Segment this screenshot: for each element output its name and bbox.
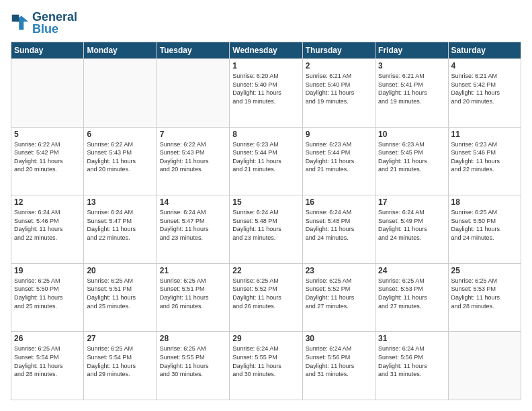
day-number: 19: [14, 266, 81, 275]
calendar-cell: 30Sunrise: 6:24 AM Sunset: 5:56 PM Dayli…: [302, 332, 375, 400]
day-number: 28: [160, 334, 226, 343]
day-number: 10: [378, 130, 445, 139]
calendar-cell: 5Sunrise: 6:22 AM Sunset: 5:42 PM Daylig…: [11, 127, 84, 195]
calendar-cell: [157, 59, 229, 128]
calendar-week-2: 5Sunrise: 6:22 AM Sunset: 5:42 PM Daylig…: [11, 127, 521, 195]
day-number: 6: [87, 130, 153, 139]
calendar-cell: 24Sunrise: 6:25 AM Sunset: 5:53 PM Dayli…: [375, 263, 448, 332]
day-number: 25: [451, 266, 518, 275]
calendar-week-1: 1Sunrise: 6:20 AM Sunset: 5:40 PM Daylig…: [11, 59, 521, 128]
logo-text: GeneralBlue: [32, 11, 77, 35]
day-info: Sunrise: 6:25 AM Sunset: 5:50 PM Dayligh…: [14, 277, 81, 310]
calendar-cell: 29Sunrise: 6:24 AM Sunset: 5:55 PM Dayli…: [230, 332, 302, 400]
calendar-cell: 1Sunrise: 6:20 AM Sunset: 5:40 PM Daylig…: [230, 59, 302, 128]
calendar-cell: 12Sunrise: 6:24 AM Sunset: 5:46 PM Dayli…: [11, 195, 84, 264]
calendar-cell: 23Sunrise: 6:25 AM Sunset: 5:52 PM Dayli…: [302, 263, 375, 332]
calendar-cell: 21Sunrise: 6:25 AM Sunset: 5:51 PM Dayli…: [157, 263, 229, 332]
calendar-week-3: 12Sunrise: 6:24 AM Sunset: 5:46 PM Dayli…: [11, 195, 521, 264]
weekday-header-row: SundayMondayTuesdayWednesdayThursdayFrid…: [11, 42, 521, 59]
calendar-cell: 11Sunrise: 6:23 AM Sunset: 5:46 PM Dayli…: [448, 127, 521, 195]
calendar-week-4: 19Sunrise: 6:25 AM Sunset: 5:50 PM Dayli…: [11, 263, 521, 332]
day-info: Sunrise: 6:22 AM Sunset: 5:43 PM Dayligh…: [160, 140, 226, 174]
day-info: Sunrise: 6:25 AM Sunset: 5:54 PM Dayligh…: [14, 345, 81, 378]
calendar-cell: 18Sunrise: 6:25 AM Sunset: 5:50 PM Dayli…: [448, 195, 521, 264]
day-info: Sunrise: 6:20 AM Sunset: 5:40 PM Dayligh…: [232, 72, 299, 105]
calendar-cell: 19Sunrise: 6:25 AM Sunset: 5:50 PM Dayli…: [11, 263, 84, 332]
weekday-header-monday: Monday: [84, 42, 157, 59]
day-number: 12: [14, 197, 81, 207]
day-number: 21: [160, 266, 226, 275]
day-number: 1: [232, 61, 299, 71]
day-number: 17: [378, 197, 445, 207]
weekday-header-friday: Friday: [375, 42, 448, 59]
calendar-cell: 20Sunrise: 6:25 AM Sunset: 5:51 PM Dayli…: [84, 263, 157, 332]
day-number: 9: [306, 130, 372, 139]
day-info: Sunrise: 6:24 AM Sunset: 5:49 PM Dayligh…: [378, 208, 445, 242]
day-number: 18: [451, 197, 518, 207]
calendar-cell: 27Sunrise: 6:25 AM Sunset: 5:54 PM Dayli…: [84, 332, 157, 400]
calendar-cell: 22Sunrise: 6:25 AM Sunset: 5:52 PM Dayli…: [230, 263, 302, 332]
calendar-cell: 4Sunrise: 6:21 AM Sunset: 5:42 PM Daylig…: [448, 59, 521, 128]
header: GeneralBlue: [11, 11, 521, 35]
calendar-cell: 14Sunrise: 6:24 AM Sunset: 5:47 PM Dayli…: [157, 195, 229, 264]
calendar-cell: 9Sunrise: 6:23 AM Sunset: 5:44 PM Daylig…: [302, 127, 375, 195]
calendar-cell: 8Sunrise: 6:23 AM Sunset: 5:44 PM Daylig…: [230, 127, 302, 195]
day-number: 14: [160, 197, 226, 207]
day-info: Sunrise: 6:21 AM Sunset: 5:40 PM Dayligh…: [306, 72, 372, 105]
day-number: 13: [87, 197, 153, 207]
day-number: 4: [451, 61, 518, 71]
calendar-cell: [84, 59, 157, 128]
day-number: 27: [87, 334, 153, 343]
day-info: Sunrise: 6:23 AM Sunset: 5:45 PM Dayligh…: [378, 140, 445, 174]
day-info: Sunrise: 6:24 AM Sunset: 5:55 PM Dayligh…: [232, 345, 299, 378]
day-info: Sunrise: 6:25 AM Sunset: 5:52 PM Dayligh…: [306, 277, 372, 310]
day-number: 3: [378, 61, 445, 71]
weekday-header-thursday: Thursday: [302, 42, 375, 59]
day-number: 2: [306, 61, 372, 71]
day-info: Sunrise: 6:25 AM Sunset: 5:52 PM Dayligh…: [232, 277, 299, 310]
day-info: Sunrise: 6:23 AM Sunset: 5:44 PM Dayligh…: [232, 140, 299, 174]
day-info: Sunrise: 6:22 AM Sunset: 5:42 PM Dayligh…: [14, 140, 81, 174]
day-number: 20: [87, 266, 153, 275]
day-number: 29: [232, 334, 299, 343]
calendar-cell: 31Sunrise: 6:24 AM Sunset: 5:56 PM Dayli…: [375, 332, 448, 400]
day-number: 5: [14, 130, 81, 139]
calendar-cell: 17Sunrise: 6:24 AM Sunset: 5:49 PM Dayli…: [375, 195, 448, 264]
day-info: Sunrise: 6:23 AM Sunset: 5:44 PM Dayligh…: [306, 140, 372, 174]
calendar-cell: 13Sunrise: 6:24 AM Sunset: 5:47 PM Dayli…: [84, 195, 157, 264]
calendar-cell: 6Sunrise: 6:22 AM Sunset: 5:43 PM Daylig…: [84, 127, 157, 195]
weekday-header-sunday: Sunday: [11, 42, 84, 59]
day-number: 30: [306, 334, 372, 343]
day-info: Sunrise: 6:24 AM Sunset: 5:48 PM Dayligh…: [232, 208, 299, 242]
day-number: 31: [378, 334, 445, 343]
day-info: Sunrise: 6:25 AM Sunset: 5:53 PM Dayligh…: [451, 277, 518, 310]
day-info: Sunrise: 6:24 AM Sunset: 5:47 PM Dayligh…: [87, 208, 153, 242]
calendar-cell: 28Sunrise: 6:25 AM Sunset: 5:55 PM Dayli…: [157, 332, 229, 400]
day-info: Sunrise: 6:25 AM Sunset: 5:51 PM Dayligh…: [160, 277, 226, 310]
calendar-cell: [448, 332, 521, 400]
day-info: Sunrise: 6:21 AM Sunset: 5:42 PM Dayligh…: [451, 72, 518, 105]
day-number: 26: [14, 334, 81, 343]
calendar-cell: 16Sunrise: 6:24 AM Sunset: 5:48 PM Dayli…: [302, 195, 375, 264]
day-info: Sunrise: 6:25 AM Sunset: 5:50 PM Dayligh…: [451, 208, 518, 242]
day-info: Sunrise: 6:24 AM Sunset: 5:46 PM Dayligh…: [14, 208, 81, 242]
day-number: 23: [306, 266, 372, 275]
weekday-header-wednesday: Wednesday: [230, 42, 302, 59]
calendar-cell: 25Sunrise: 6:25 AM Sunset: 5:53 PM Dayli…: [448, 263, 521, 332]
page: GeneralBlue SundayMondayTuesdayWednesday…: [0, 0, 532, 411]
day-number: 8: [232, 130, 299, 139]
day-info: Sunrise: 6:25 AM Sunset: 5:51 PM Dayligh…: [87, 277, 153, 310]
calendar-cell: 10Sunrise: 6:23 AM Sunset: 5:45 PM Dayli…: [375, 127, 448, 195]
day-number: 11: [451, 130, 518, 139]
day-number: 15: [232, 197, 299, 207]
day-info: Sunrise: 6:25 AM Sunset: 5:54 PM Dayligh…: [87, 345, 153, 378]
calendar-week-5: 26Sunrise: 6:25 AM Sunset: 5:54 PM Dayli…: [11, 332, 521, 400]
day-number: 22: [232, 266, 299, 275]
day-info: Sunrise: 6:24 AM Sunset: 5:56 PM Dayligh…: [306, 345, 372, 378]
day-number: 7: [160, 130, 226, 139]
calendar-table: SundayMondayTuesdayWednesdayThursdayFrid…: [11, 42, 521, 400]
day-info: Sunrise: 6:23 AM Sunset: 5:46 PM Dayligh…: [451, 140, 518, 174]
day-info: Sunrise: 6:24 AM Sunset: 5:47 PM Dayligh…: [160, 208, 226, 242]
calendar-cell: 3Sunrise: 6:21 AM Sunset: 5:41 PM Daylig…: [375, 59, 448, 128]
day-number: 16: [306, 197, 372, 207]
